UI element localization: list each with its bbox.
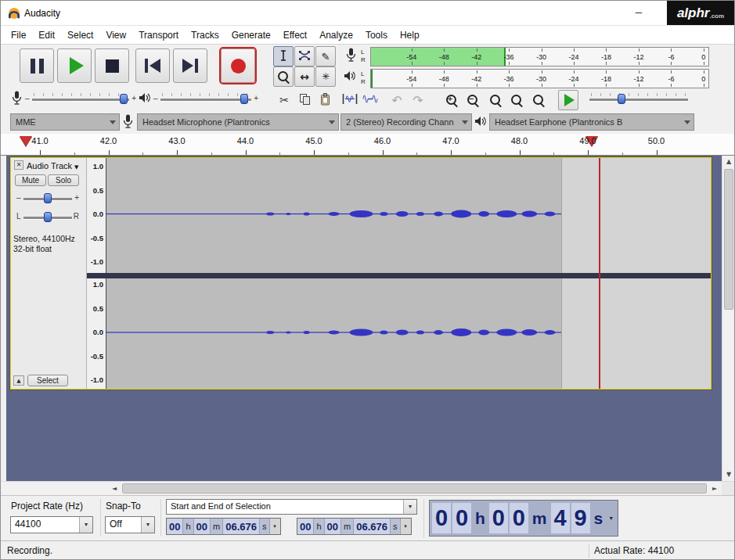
multi-tool-button[interactable]: ✳ [315,66,336,87]
redo-button[interactable]: ↷ [409,91,427,109]
snap-to-select[interactable]: Off▾ [105,516,155,533]
play-button[interactable] [57,48,92,83]
time-spinner-icon[interactable]: ▾ [401,519,411,534]
recording-volume-slider[interactable]: – + [32,92,129,107]
pan-slider-thumb[interactable] [44,212,52,222]
menu-help[interactable]: Help [394,27,426,43]
paste-button[interactable] [315,91,334,109]
playback-volume-slider-thumb[interactable] [240,94,248,104]
select-track-button[interactable]: Select [27,375,68,386]
skip-to-start-button[interactable] [135,48,170,83]
collapse-track-button[interactable]: ▲ [13,375,24,386]
zoom-out-button[interactable]: − [463,91,482,109]
time-spinner-icon[interactable]: ▾ [606,515,616,522]
waveform-channel-right[interactable] [106,278,561,389]
vertical-scrollbar-thumb[interactable] [724,169,733,310]
mute-button[interactable]: Mute [15,174,46,186]
menu-select[interactable]: Select [61,27,99,43]
undo-button[interactable]: ↶ [387,91,406,109]
menu-view[interactable]: View [99,27,132,43]
playback-meter[interactable]: -54-48-42-36-30-24-18-12-60 [370,69,709,88]
track-name-menu[interactable]: Audio Track▼ [27,161,78,171]
menu-transport[interactable]: Transport [132,27,185,43]
scroll-up-icon[interactable]: ▲ [722,156,735,168]
playback-device-select[interactable]: Headset Earphone (Plantronics B [489,113,694,131]
skip-to-end-button[interactable] [173,48,207,83]
time-digit[interactable]: 0 [510,503,528,533]
selection-start-time-field[interactable]: 00h00m06.676s▾ [166,518,281,535]
time-digit[interactable]: 9 [571,503,590,533]
audio-position-display[interactable]: 00h00m49s▾ [429,500,618,537]
time-digit-group[interactable]: 00 [325,519,341,534]
project-rate-select[interactable]: 44100▾ [10,516,93,533]
time-digit[interactable]: 0 [452,503,471,533]
recording-device-select[interactable]: Headset Microphone (Plantronics [137,113,339,131]
draw-tool-button[interactable]: ✎ [315,46,336,66]
horizontal-scrollbar-thumb[interactable] [122,483,707,494]
time-digit[interactable]: 4 [551,503,570,533]
timeline-ruler[interactable]: 41.042.043.044.045.046.047.048.049.050.0 [1,134,734,156]
pause-button[interactable] [20,48,54,83]
scroll-right-icon[interactable]: ► [708,483,721,495]
recording-volume-slider-thumb[interactable] [120,94,128,104]
zoom-tool-button[interactable] [273,66,294,87]
menu-edit[interactable]: Edit [32,27,61,43]
audio-host-select[interactable]: MME [10,113,120,131]
time-digit-group[interactable]: 00 [194,519,211,534]
undo-icon: ↶ [391,93,402,108]
gain-slider[interactable]: – + [23,191,72,205]
horizontal-scrollbar[interactable]: ◄ ► [1,481,734,495]
time-digit-group[interactable]: 00 [297,519,314,534]
selection-end-time-field[interactable]: 00h00m06.676s▾ [297,518,412,535]
timeline-label: 41.0 [24,136,56,145]
multi-tool-icon: ✳ [322,71,330,82]
chevron-down-icon [684,120,690,124]
ruler-tick [416,153,417,155]
chevron-down-icon [110,120,116,124]
solo-button[interactable]: Solo [48,174,79,186]
silence-audio-button[interactable] [361,91,380,109]
pan-slider[interactable]: L R [23,210,72,224]
time-digit-group[interactable]: 06.676 [354,519,391,534]
menu-tools[interactable]: Tools [359,27,394,43]
time-spinner-icon[interactable]: ▾ [270,519,280,534]
recording-meter[interactable]: -54-48-42-36-30-24-18-12-60 [370,47,709,66]
menu-tracks[interactable]: Tracks [185,27,225,43]
menu-analyze[interactable]: Analyze [313,27,359,43]
track-close-button[interactable]: ✕ [14,160,23,170]
record-button[interactable] [221,48,255,83]
waveform-channel-left[interactable] [106,158,561,273]
zoom-in-button[interactable]: + [442,91,461,109]
play-speed-slider[interactable] [589,92,688,107]
playback-volume-slider[interactable]: – + [160,92,251,107]
menu-file[interactable]: File [5,27,32,43]
scroll-left-icon[interactable]: ◄ [108,483,121,495]
menu-generate[interactable]: Generate [225,27,277,43]
cut-button[interactable]: ✂ [275,91,294,109]
envelope-tool-button[interactable] [294,46,315,66]
minimize-button[interactable]: – [622,1,656,25]
time-shift-tool-button[interactable]: ↔ [294,66,315,87]
selection-tool-button[interactable] [273,46,294,66]
zoom-toggle-button[interactable] [529,91,548,109]
recording-channels-select[interactable]: 2 (Stereo) Recording Chann [340,113,472,131]
selection-mode-select[interactable]: Start and End of Selection▾ [166,499,417,515]
stop-button[interactable] [95,48,129,83]
slider-ticks [591,93,686,96]
time-digit[interactable]: 0 [489,503,508,533]
time-digit[interactable]: 0 [432,503,451,533]
gain-slider-thumb[interactable] [44,193,52,203]
scroll-down-icon[interactable]: ▼ [722,468,735,481]
play-speed-slider-thumb[interactable] [618,94,625,104]
menu-effect[interactable]: Effect [277,27,313,43]
trim-audio-button[interactable] [340,91,359,109]
time-digit-group[interactable]: 00 [167,519,183,534]
channel-divider[interactable] [87,273,711,278]
play-at-speed-button[interactable] [558,90,578,110]
copy-button[interactable] [295,91,314,109]
vertical-scrollbar[interactable]: ▲ ▼ [722,156,735,481]
time-digit-group[interactable]: 06.676 [223,519,260,534]
redo-icon: ↷ [413,93,423,108]
fit-selection-button[interactable] [486,91,505,109]
fit-project-button[interactable] [507,91,526,109]
